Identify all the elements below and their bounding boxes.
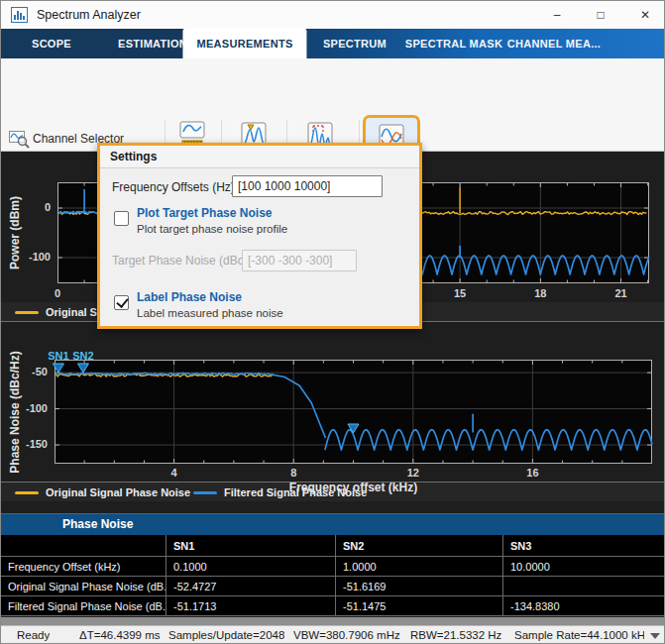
phase-noise-table: SN1SN2SN3Frequency Offset (kHz)0.10001.0… bbox=[1, 535, 665, 616]
phase-noise-xtick: 12 bbox=[407, 467, 419, 479]
label-phase-noise-subtitle: Label measured phase noise bbox=[137, 307, 283, 319]
minimize-button[interactable]: – bbox=[542, 1, 572, 29]
legend-swatch-icon bbox=[15, 311, 39, 314]
window-title: Spectrum Analyzer bbox=[37, 8, 141, 22]
tab-spectrum[interactable]: SPECTRUM bbox=[323, 29, 387, 58]
legend-entry-original-signal-phase-noise: Original Signal Phase Noise bbox=[15, 483, 190, 502]
plot-target-phase-noise-subtitle: Plot target phase noise profile bbox=[137, 223, 287, 235]
table-cell bbox=[503, 577, 665, 595]
status-item-2: Samples/Update=2048 bbox=[168, 629, 284, 641]
phase-noise-xlabel: Frequency offset (kHz) bbox=[289, 481, 417, 494]
table-row: Filtered Signal Phase Noise (dB...-51.17… bbox=[1, 596, 665, 616]
tab-channel-measurements[interactable]: CHANNEL MEA... bbox=[507, 29, 601, 58]
close-button[interactable]: ✕ bbox=[630, 1, 660, 29]
spectrum-analyzer-window: Spectrum Analyzer – □ ✕ SCOPE ESTIMATION… bbox=[0, 0, 665, 644]
legend-swatch-icon bbox=[193, 491, 217, 494]
phase-noise-ylabel: Phase Noise (dBc/Hz) bbox=[8, 351, 22, 473]
label-phase-noise-checkbox[interactable] bbox=[114, 295, 129, 310]
status-item-0: Ready bbox=[17, 629, 50, 641]
plot-target-phase-noise-title: Plot Target Phase Noise bbox=[137, 206, 272, 220]
table-cell: -51.1475 bbox=[336, 596, 503, 615]
channel-selector-icon bbox=[9, 130, 30, 149]
plot-target-phase-noise-checkbox[interactable] bbox=[114, 211, 129, 226]
phase-noise-xtick: 4 bbox=[171, 467, 177, 479]
marker-sn2-icon bbox=[77, 364, 88, 373]
label-phase-noise-title: Label Phase Noise bbox=[137, 290, 242, 304]
phase-noise-xtick: 16 bbox=[526, 467, 538, 479]
phase-noise-trace-1 bbox=[56, 373, 653, 450]
phase-noise-plot-canvas[interactable] bbox=[55, 360, 652, 464]
settings-popup-header: Settings bbox=[100, 146, 419, 168]
maximize-button[interactable]: □ bbox=[586, 1, 615, 29]
target-phase-noise-input[interactable] bbox=[242, 250, 357, 271]
phase-noise-xtick: 8 bbox=[290, 467, 296, 479]
table-header-cell: SN3 bbox=[503, 535, 665, 556]
spectrum-xtick: 15 bbox=[454, 287, 466, 299]
tab-spectral-mask[interactable]: SPECTRAL MASK bbox=[405, 29, 502, 58]
table-cell: Frequency Offset (kHz) bbox=[1, 557, 166, 576]
table-cell: -134.8380 bbox=[503, 596, 665, 615]
table-cell: -51.6169 bbox=[336, 577, 503, 595]
spectrum-xtick: 0 bbox=[55, 287, 60, 299]
bottom-divider bbox=[1, 617, 664, 625]
status-item-1: ΔT=46.4399 ms bbox=[79, 629, 161, 641]
status-bar: ReadyΔT=46.4399 msSamples/Update=2048VBW… bbox=[1, 625, 664, 644]
tab-measurements[interactable]: MEASUREMENTS bbox=[182, 29, 306, 58]
spectrum-xtick: 18 bbox=[534, 287, 546, 299]
toolstrip-tab-bar: SCOPE ESTIMATION MEASUREMENTS SPECTRUM S… bbox=[1, 29, 664, 58]
table-header-cell: SN2 bbox=[336, 535, 503, 556]
legend-text: Original Signal Phase Noise bbox=[46, 486, 190, 498]
status-scroll-icon[interactable] bbox=[648, 633, 661, 641]
table-header-row: SN1SN2SN3 bbox=[1, 535, 665, 557]
title-bar: Spectrum Analyzer – □ ✕ bbox=[1, 1, 664, 29]
status-item-4: RBW=21.5332 Hz bbox=[410, 629, 501, 641]
status-item-3: VBW=380.7906 mHz bbox=[293, 629, 400, 641]
table-cell: -51.1713 bbox=[166, 596, 336, 615]
toolstrip: Channel Selector Original Signal ▾ Data … bbox=[1, 58, 664, 152]
table-cell: 0.1000 bbox=[166, 557, 336, 576]
table-header-cell: SN1 bbox=[166, 535, 336, 556]
phase-noise-panel-title: Phase Noise bbox=[62, 517, 133, 531]
spectrum-xtick: 21 bbox=[614, 287, 626, 299]
marker-sn3-icon bbox=[348, 424, 359, 433]
table-cell: 1.0000 bbox=[336, 557, 503, 576]
table-row: Original Signal Phase Noise (dB...-52.47… bbox=[1, 577, 665, 596]
table-row: Frequency Offset (kHz)0.10001.000010.000… bbox=[1, 557, 665, 577]
table-cell: -52.4727 bbox=[166, 577, 336, 595]
phase-noise-settings-popup: Settings Frequency Offsets (Hz) Plot Tar… bbox=[97, 143, 422, 329]
legend-swatch-icon bbox=[15, 491, 39, 494]
frequency-offsets-input[interactable] bbox=[232, 175, 383, 197]
table-cell: Original Signal Phase Noise (dB... bbox=[1, 577, 166, 595]
tab-estimation[interactable]: ESTIMATION bbox=[118, 29, 187, 58]
tab-scope[interactable]: SCOPE bbox=[32, 29, 71, 58]
status-item-5: Sample Rate=44.1000 kHz bbox=[514, 629, 644, 641]
table-cell: Filtered Signal Phase Noise (dB... bbox=[1, 596, 166, 615]
frequency-offsets-label: Frequency Offsets (Hz) bbox=[112, 180, 235, 194]
settings-title: Settings bbox=[110, 150, 157, 163]
spectrum-ylabel: Power (dBm) bbox=[8, 196, 22, 269]
phase-noise-panel-header: Phase Noise bbox=[1, 513, 664, 535]
table-cell: 10.0000 bbox=[503, 557, 665, 576]
app-icon bbox=[11, 7, 28, 23]
table-header-cell bbox=[1, 535, 166, 556]
